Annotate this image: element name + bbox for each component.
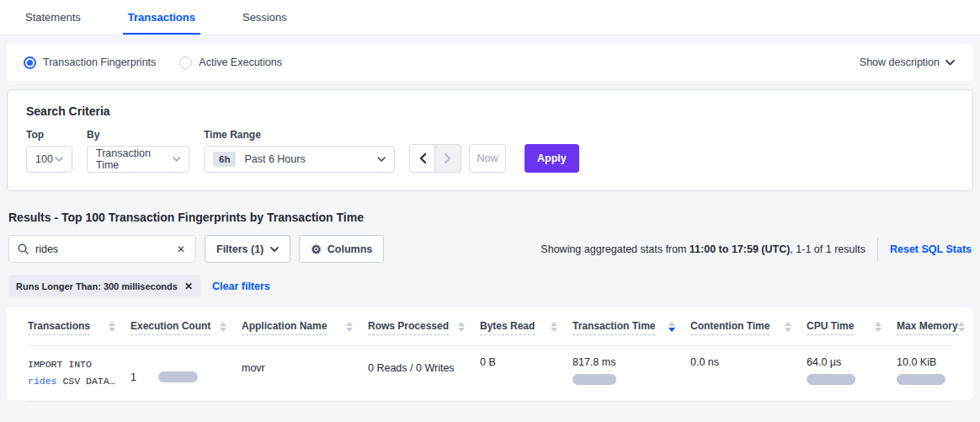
by-field: By Transaction Time (87, 129, 189, 173)
transaction-fingerprint-link[interactable]: rides (28, 376, 57, 387)
top-tab-bar: Statements Transactions Sessions (0, 0, 980, 35)
chevron-down-icon (270, 247, 279, 252)
clear-filters-link[interactable]: Clear filters (212, 280, 270, 292)
rows-processed-cell: 0 Reads / 0 Writes (368, 356, 480, 390)
sort-icon[interactable] (875, 322, 881, 332)
results-table: Transactions Execution Count Application… (7, 307, 973, 400)
applied-filters-row: Runs Longer Than: 300 milliseconds ✕ Cle… (8, 275, 980, 296)
time-range-badge: 6h (213, 152, 236, 167)
remove-filter-icon[interactable]: ✕ (184, 280, 193, 292)
search-criteria-title: Search Criteria (26, 104, 954, 118)
columns-button[interactable]: ⚙ Columns (299, 235, 384, 263)
sort-icon[interactable] (785, 322, 791, 332)
chevron-left-icon (419, 153, 426, 163)
time-range-field: Time Range 6h Past 6 Hours (204, 129, 395, 173)
clear-search-icon[interactable]: ✕ (175, 243, 187, 256)
next-time-window-button[interactable] (435, 144, 461, 173)
search-box[interactable]: ✕ (8, 235, 196, 263)
filters-button[interactable]: Filters (1) (205, 235, 290, 263)
sort-icon[interactable] (346, 322, 353, 332)
gear-icon: ⚙ (311, 243, 322, 256)
by-field-label: By (87, 129, 189, 141)
column-header-bytes-read[interactable]: Bytes Read (480, 320, 573, 335)
reset-sql-stats-link[interactable]: Reset SQL Stats (890, 243, 972, 255)
show-description-toggle[interactable]: Show description (860, 56, 955, 68)
transaction-time-bar (573, 374, 616, 385)
search-input[interactable] (35, 243, 175, 255)
contention-time-cell: 0.0 ns (690, 356, 807, 390)
sort-icon[interactable] (109, 322, 115, 332)
results-heading: Results - Top 100 Transaction Fingerprin… (8, 211, 980, 224)
radio-active-executions[interactable]: Active Executions (179, 56, 282, 69)
column-header-rows-processed[interactable]: Rows Processed (368, 320, 480, 335)
tab-statements[interactable]: Statements (20, 0, 86, 35)
divider (877, 238, 878, 261)
tab-sessions[interactable]: Sessions (237, 0, 292, 35)
column-header-max-memory[interactable]: Max Memory (897, 320, 952, 335)
sort-icon[interactable] (220, 322, 226, 332)
execution-count-bar (158, 371, 198, 382)
column-header-execution-count[interactable]: Execution Count (130, 320, 242, 335)
search-icon (18, 243, 29, 254)
top-select[interactable]: 100 (26, 146, 72, 173)
time-range-label: Time Range (204, 129, 395, 141)
top-field: Top 100 (26, 129, 72, 173)
filter-pill-runs-longer-than[interactable]: Runs Longer Than: 300 milliseconds ✕ (8, 275, 200, 296)
column-header-transactions[interactable]: Transactions (28, 320, 130, 335)
cpu-time-bar (807, 374, 855, 385)
transaction-time-cell: 817.8 ms (573, 356, 690, 390)
time-window-nav (409, 144, 461, 173)
aggregated-stats-text: Showing aggregated stats from 11:00 to 1… (541, 243, 865, 255)
by-select[interactable]: Transaction Time (87, 146, 189, 173)
top-field-label: Top (26, 129, 72, 141)
column-header-contention-time[interactable]: Contention Time (690, 320, 807, 335)
execution-count-cell: 1 (130, 356, 242, 390)
column-header-cpu-time[interactable]: CPU Time (807, 320, 897, 335)
radio-transaction-fingerprints[interactable]: Transaction Fingerprints (24, 56, 156, 69)
bytes-read-cell: 0 B (480, 356, 573, 390)
time-range-select[interactable]: 6h Past 6 Hours (204, 146, 395, 173)
max-memory-cell: 10.0 KiB (897, 356, 952, 390)
chevron-down-icon (55, 157, 63, 162)
tab-transactions[interactable]: Transactions (123, 0, 200, 35)
chevron-down-icon (377, 157, 386, 162)
search-criteria-panel: Search Criteria Top 100 By Transaction T… (7, 89, 973, 191)
application-name-cell: movr (242, 356, 368, 390)
now-button[interactable]: Now (469, 144, 506, 173)
chevron-down-icon (173, 157, 180, 162)
chevron-right-icon (445, 153, 451, 163)
cpu-time-cell: 64.0 µs (807, 356, 897, 390)
sort-icon[interactable] (958, 322, 965, 332)
sort-icon[interactable] (551, 322, 557, 332)
view-toggle-card: Transaction Fingerprints Active Executio… (7, 44, 973, 81)
column-header-application-name[interactable]: Application Name (242, 320, 368, 335)
radio-selected-icon (24, 56, 36, 69)
sort-icon[interactable] (458, 322, 465, 332)
radio-unselected-icon (179, 56, 192, 69)
previous-time-window-button[interactable] (409, 144, 435, 173)
table-header-row: Transactions Execution Count Application… (28, 307, 952, 335)
sort-icon-descending[interactable] (668, 322, 675, 332)
max-memory-bar (897, 374, 945, 385)
transaction-statement-cell[interactable]: IMPORT INTO rides CSV DATA… (28, 356, 130, 390)
results-toolbar: ✕ Filters (1) ⚙ Columns Showing aggregat… (8, 235, 972, 263)
table-row: IMPORT INTO rides CSV DATA… 1 movr 0 Rea… (28, 345, 952, 402)
column-header-transaction-time[interactable]: Transaction Time (573, 320, 690, 335)
chevron-down-icon (945, 60, 955, 66)
apply-button[interactable]: Apply (525, 144, 579, 173)
